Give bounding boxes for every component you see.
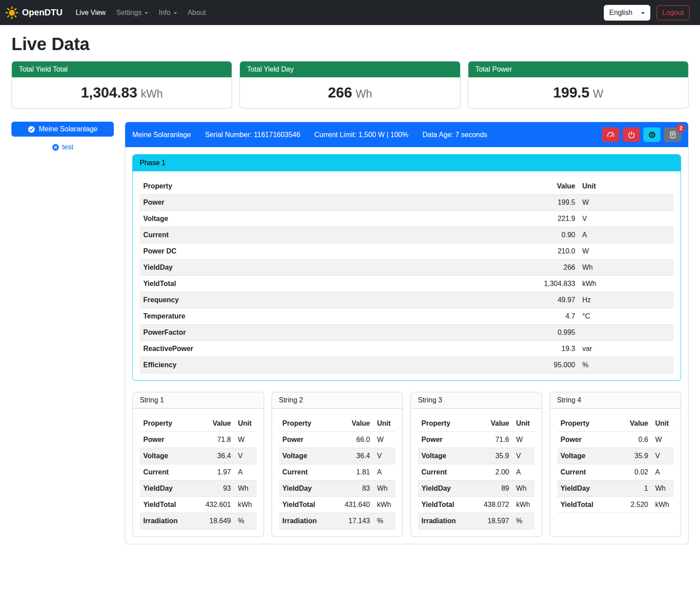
table-row: Frequency49.97Hz — [140, 292, 674, 308]
table-cell-unit: A — [579, 227, 674, 243]
table-cell-unit: kWh — [235, 497, 257, 513]
table-row: YieldDay266Wh — [140, 260, 674, 276]
summary-cards-row: Total Yield Total 1,304.83kWh Total Yiel… — [11, 61, 689, 109]
inverter-name: Meine Solaranlage — [132, 131, 191, 139]
logout-button[interactable]: Logout — [656, 5, 689, 20]
table-cell-val: 35.9 — [479, 448, 513, 464]
table-cell-val: 36.4 — [200, 448, 235, 464]
column-header-value: Value — [513, 178, 579, 195]
table-cell-unit: V — [579, 211, 674, 227]
column-header-value: Value — [479, 416, 513, 432]
table-row: Temperature4.7°C — [140, 308, 674, 325]
table-row: Irradiation18.597% — [418, 513, 535, 529]
column-header-property: Property — [140, 416, 200, 432]
table-cell-prop: Irradiation — [418, 513, 479, 529]
cpu-icon — [648, 131, 656, 139]
table-cell-prop: Temperature — [140, 308, 513, 325]
table-row: Current1.97A — [140, 464, 257, 481]
table-cell-prop: Current — [557, 464, 618, 481]
nav-item-label: Settings — [116, 9, 141, 17]
table-cell-prop: Voltage — [140, 448, 200, 464]
inverter-card-header: Meine Solaranlage Serial Number: 1161716… — [125, 122, 688, 147]
string-table-body: Power0.6WVoltage35.9VCurrent0.02AYieldDa… — [557, 432, 674, 513]
table-cell-val: 4.7 — [513, 308, 579, 325]
table-cell-prop: Irradiation — [140, 513, 200, 529]
table-cell-unit: V — [235, 448, 257, 464]
nav-item-settings[interactable]: Settings — [111, 5, 153, 20]
inverter-data-age: Data Age: 7 seconds — [422, 131, 487, 139]
string-card: String 3 Property Value Unit Power71.6WV… — [410, 392, 542, 537]
brand-link[interactable]: OpenDTU — [5, 6, 62, 19]
summary-card-body: 1,304.83kWh — [12, 77, 232, 108]
inverter-card-body: Phase 1 Property Value Unit Power199.5WV… — [125, 147, 688, 544]
summary-card-body: 199.5W — [468, 77, 688, 108]
table-cell-prop: YieldTotal — [418, 497, 479, 513]
table-row: Power DC210.0W — [140, 243, 674, 260]
table-cell-val: 0.02 — [617, 464, 652, 481]
table-cell-unit: Wh — [513, 481, 535, 497]
table-cell-prop: Frequency — [140, 292, 513, 308]
column-header-property: Property — [279, 416, 340, 432]
inverter-select-label: Meine Solaranlage — [39, 125, 97, 133]
column-header-property: Property — [140, 178, 513, 195]
language-select-value: English — [609, 9, 632, 17]
table-cell-val: 18.597 — [479, 513, 513, 529]
speedometer-icon — [607, 131, 615, 139]
inverter-limit: Current Limit: 1,500 W | 100% — [314, 131, 408, 139]
table-cell-prop: Voltage — [140, 211, 513, 227]
table-row: Efficiency95.000% — [140, 357, 674, 373]
language-select[interactable]: English — [604, 5, 650, 21]
table-cell-val: 1.81 — [339, 464, 374, 481]
table-cell-val: 66.0 — [339, 432, 374, 448]
limit-config-button[interactable] — [602, 127, 619, 142]
power-config-button[interactable] — [623, 127, 640, 142]
table-cell-prop: Voltage — [418, 448, 479, 464]
table-row: YieldDay1Wh — [557, 481, 674, 497]
string-card-body: Property Value Unit Power71.8WVoltage36.… — [133, 409, 264, 536]
table-cell-val: 71.6 — [479, 432, 513, 448]
string-card: String 2 Property Value Unit Power66.0WV… — [272, 392, 403, 537]
table-cell-prop: YieldDay — [418, 481, 479, 497]
table-row: Voltage35.9V — [418, 448, 535, 464]
table-cell-unit: Wh — [579, 260, 674, 276]
table-cell-unit: W — [579, 195, 674, 211]
device-info-button[interactable] — [643, 127, 660, 142]
event-log-button[interactable]: 2 — [664, 127, 681, 142]
table-row: YieldTotal438.072kWh — [418, 497, 535, 513]
nav-item-about[interactable]: About — [182, 5, 211, 20]
string-card-title: String 4 — [550, 392, 681, 409]
table-cell-unit: A — [374, 464, 395, 481]
inverter-select-button[interactable]: Meine Solaranlage — [11, 122, 114, 137]
phase-table: Property Value Unit Power199.5WVoltage22… — [140, 178, 674, 373]
table-row: YieldDay93Wh — [140, 481, 257, 497]
phase-card: Phase 1 Property Value Unit Power199.5WV… — [132, 154, 681, 381]
phase-card-body: Property Value Unit Power199.5WVoltage22… — [133, 171, 681, 380]
string-card: String 4 Property Value Unit Power0.6WVo… — [550, 392, 682, 537]
column-header-value: Value — [200, 416, 235, 432]
table-cell-val: 19.3 — [513, 341, 579, 357]
nav-item-live-view[interactable]: Live View — [70, 5, 111, 20]
table-cell-val: 35.9 — [617, 448, 652, 464]
summary-card-value: 1,304.83 — [81, 84, 137, 101]
column-header-unit: Unit — [652, 416, 674, 432]
table-cell-prop: YieldDay — [279, 481, 340, 497]
inverter-select-test[interactable]: test — [11, 143, 114, 151]
table-cell-val: 199.5 — [513, 195, 579, 211]
nav-item-info[interactable]: Info — [153, 5, 182, 20]
column-header-unit: Unit — [235, 416, 257, 432]
table-cell-val: 0.995 — [513, 325, 579, 341]
table-cell-prop: Voltage — [557, 448, 618, 464]
string-card-title: String 1 — [133, 392, 264, 409]
table-cell-unit: kWh — [579, 276, 674, 292]
table-cell-val: 1 — [617, 481, 652, 497]
table-cell-unit: A — [513, 464, 535, 481]
string-card-body: Property Value Unit Power0.6WVoltage35.9… — [550, 409, 681, 536]
table-row: YieldDay83Wh — [279, 481, 396, 497]
table-cell-prop: Current — [418, 464, 479, 481]
summary-card-unit: W — [593, 87, 603, 100]
brand-title: OpenDTU — [22, 7, 62, 18]
table-cell-unit: W — [579, 243, 674, 260]
table-row: Power0.6W — [557, 432, 674, 448]
table-cell-unit: % — [235, 513, 257, 529]
table-cell-prop: Current — [140, 227, 513, 243]
